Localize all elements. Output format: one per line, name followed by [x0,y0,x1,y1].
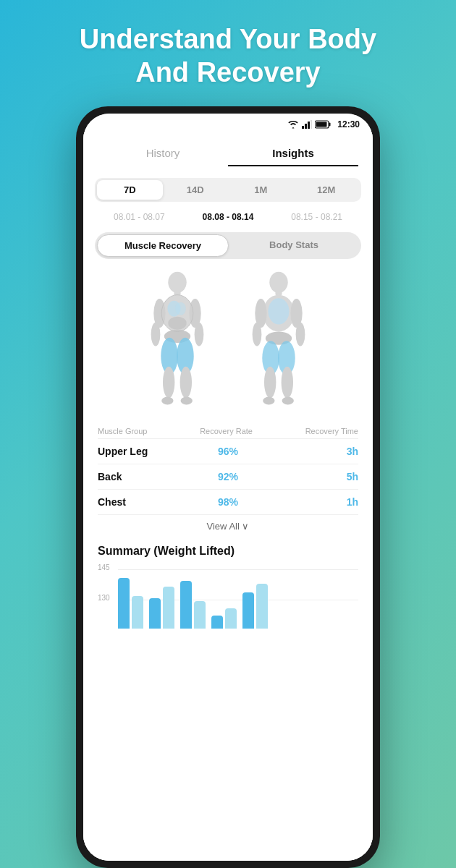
svg-point-31 [253,323,262,346]
svg-point-20 [163,367,174,399]
svg-point-12 [168,317,186,330]
rate-back: 92% [185,471,271,482]
grid-line-top [118,569,358,570]
time-upper-leg: 3h [271,446,358,457]
y-label-145: 145 [98,563,110,571]
table-header: Muscle Group Recovery Rate Recovery Time [98,427,358,439]
svg-point-39 [282,397,294,405]
app-content: History Insights 7D 14D 1M 12M 08.01 - 0… [83,132,373,861]
phone-screen: 12:30 History Insights 7D 14D 1M 12M 08.… [83,114,373,861]
svg-point-36 [264,367,276,399]
wifi-icon [287,120,299,129]
svg-point-16 [195,323,204,346]
phone-mockup: 12:30 History Insights 7D 14D 1M 12M 08.… [76,106,380,868]
bar-group-3 [180,581,206,629]
svg-rect-5 [329,123,331,127]
recovery-table: Muscle Group Recovery Rate Recovery Time… [83,421,373,537]
bar [194,601,206,629]
muscle-chest: Chest [98,496,185,508]
date-current[interactable]: 08.08 - 08.14 [203,212,254,222]
tab-insights[interactable]: Insights [228,141,358,166]
period-selector: 7D 14D 1M 12M [95,178,361,202]
date-next[interactable]: 08.15 - 08.21 [291,212,342,222]
seg-muscle-recovery[interactable]: Muscle Recovery [97,234,229,257]
bar-group-2 [149,587,174,629]
body-back-figure [235,271,322,415]
svg-point-7 [168,272,186,293]
segment-control: Muscle Recovery Body Stats [95,232,361,259]
header-recovery-time: Recovery Time [305,427,358,435]
bar-group-4 [211,608,237,629]
battery-icon [315,120,331,129]
svg-rect-2 [308,122,310,129]
headline: Understand Your Body And Recovery [51,0,405,106]
body-diagram [83,265,373,421]
tab-bar: History Insights [83,132,373,172]
period-7d[interactable]: 7D [97,180,163,200]
bar [149,598,161,629]
rate-upper-leg: 96% [185,446,271,457]
bar-group-1 [118,578,143,629]
svg-rect-6 [316,122,327,127]
svg-point-38 [263,397,274,405]
table-row: Back 92% 5h [98,464,358,490]
period-12m[interactable]: 12M [294,180,360,200]
bar [163,587,174,629]
bar [180,581,192,629]
svg-rect-26 [275,290,282,295]
bar-chart-area: 145 130 [98,563,358,629]
period-1m[interactable]: 1M [228,180,294,200]
svg-rect-1 [305,124,307,129]
muscle-back: Back [98,471,185,482]
status-icons [287,120,331,129]
bar [256,584,268,629]
bars-container [118,578,358,629]
period-14d[interactable]: 14D [163,180,229,200]
bar [118,578,130,629]
svg-point-11 [175,302,186,315]
bar [211,616,223,629]
table-row: Upper Leg 96% 3h [98,439,358,464]
tab-history[interactable]: History [98,141,228,166]
svg-point-15 [151,323,161,346]
svg-point-37 [282,367,293,399]
rate-chest: 98% [185,496,271,508]
bar [132,596,143,629]
y-label-130: 130 [98,594,110,602]
bar-group-5 [242,584,268,629]
status-time: 12:30 [337,119,360,129]
status-bar: 12:30 [83,114,373,132]
body-front-figure [134,271,221,415]
summary-section: Summary (Weight Lifted) 145 130 [83,537,373,861]
date-prev[interactable]: 08.01 - 08.07 [114,212,165,222]
svg-point-32 [296,323,305,346]
header-muscle-group: Muscle Group [98,427,147,435]
seg-body-stats[interactable]: Body Stats [229,234,359,257]
svg-rect-3 [311,120,312,129]
svg-point-22 [161,397,173,405]
bar [225,608,237,629]
bar [242,592,254,629]
date-nav: 08.01 - 08.07 08.08 - 08.14 08.15 - 08.2… [83,208,373,226]
svg-point-23 [181,397,193,405]
time-back: 5h [271,471,358,482]
svg-rect-0 [302,126,304,129]
muscle-upper-leg: Upper Leg [98,446,185,457]
summary-title: Summary (Weight Lifted) [98,545,358,558]
svg-point-21 [180,367,192,399]
view-all-button[interactable]: View All ∨ [98,515,358,537]
svg-point-25 [269,272,287,293]
time-chest: 1h [271,496,358,508]
table-row: Chest 98% 1h [98,490,358,515]
header-recovery-rate: Recovery Rate [200,427,253,435]
signal-icon [302,120,312,129]
svg-point-28 [268,298,289,324]
